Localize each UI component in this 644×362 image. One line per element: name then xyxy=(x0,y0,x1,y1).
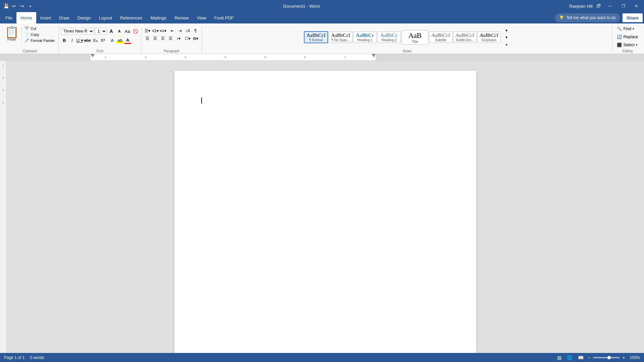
menu-references[interactable]: References xyxy=(116,12,146,23)
web-layout-button[interactable]: 🌐 xyxy=(566,354,574,361)
style-heading1[interactable]: AaBbCc Heading 1 xyxy=(353,32,377,43)
borders-button[interactable]: ⊞▾ xyxy=(192,35,199,42)
menu-home[interactable]: Home xyxy=(16,12,36,23)
style-heading2[interactable]: AaBbCc Heading 2 xyxy=(377,32,401,43)
change-case-button[interactable]: Aa xyxy=(124,27,131,35)
zoom-level[interactable]: 100% xyxy=(628,355,640,360)
menu-design[interactable]: Design xyxy=(73,12,95,23)
font-color-button[interactable]: A xyxy=(124,37,131,44)
editing-content: 🔍 Find ▾ 🔄 Replace ⬛ Select ▾ xyxy=(614,25,640,53)
style-emphasis[interactable]: AaBbCcI Emphasis xyxy=(477,32,501,43)
show-hide-button[interactable]: ¶ xyxy=(192,27,199,34)
align-left-button[interactable]: ☰ xyxy=(144,35,151,42)
ruler-left-indent[interactable] xyxy=(91,54,95,57)
justify-button[interactable]: ☰ xyxy=(167,35,174,42)
menu-view[interactable]: View xyxy=(193,12,210,23)
align-right-button[interactable]: ☰ xyxy=(159,35,167,42)
menu-file[interactable]: File xyxy=(1,12,16,23)
document-page[interactable] xyxy=(174,71,476,353)
text-effects-button[interactable]: A xyxy=(109,37,116,44)
styles-scroll-down[interactable]: ▼ xyxy=(503,34,510,41)
share-button[interactable]: Share xyxy=(623,13,643,22)
styles-scroll-up[interactable]: ▲ xyxy=(503,26,510,34)
style-normal[interactable]: AaBbCcI ¶ Normal xyxy=(304,31,328,43)
highlight-color-button[interactable]: ab xyxy=(116,37,124,44)
style-subtitle-label: Subtitle xyxy=(435,38,446,42)
paragraph-group: ☰▾ ≡1▾ ≡≡▾ ⇤ ⇥ ↕A ¶ ☰ ☰ ☰ ☰ ↕▾ ☐▾ ⊞▾ Par… xyxy=(142,27,202,54)
clipboard-content: 📋 Paste ✂️ Cut 📄 Copy 🖌️ Format P xyxy=(3,25,56,53)
tell-me-input[interactable]: 💡 Tell me what you want to do xyxy=(555,13,620,22)
multilevel-button[interactable]: ≡≡▾ xyxy=(159,27,167,34)
clear-format-button[interactable]: 🚫 xyxy=(132,27,139,35)
menu-foxit[interactable]: Foxit PDF xyxy=(210,12,238,23)
zoom-plus-button[interactable]: + xyxy=(623,355,625,360)
style-subtitle[interactable]: AaBbCcI Subtitle xyxy=(429,32,452,43)
zoom-slider[interactable] xyxy=(593,357,620,358)
menu-mailings[interactable]: Mailings xyxy=(147,12,171,23)
italic-button[interactable]: I xyxy=(68,37,76,44)
numbering-button[interactable]: ≡1▾ xyxy=(152,27,159,34)
style-title[interactable]: AaB Title xyxy=(401,30,428,45)
style-heading1-preview: AaBbCc xyxy=(356,33,374,38)
page-info[interactable]: Page 1 of 1 xyxy=(4,355,24,360)
bold-button[interactable]: B xyxy=(61,37,68,44)
style-no-spacing[interactable]: AaBbCcI ¶ No Spac... xyxy=(329,32,353,43)
ruler-main[interactable]: 1 2 3 4 5 6 7 xyxy=(91,54,376,60)
close-button[interactable]: ✕ xyxy=(631,2,641,10)
save-icon[interactable]: 💾 xyxy=(3,3,9,9)
style-subtle-em[interactable]: AaBbCcI Subtle Em... xyxy=(453,32,477,43)
find-button[interactable]: 🔍 Find ▾ xyxy=(614,25,636,32)
increase-indent-button[interactable]: ⇥ xyxy=(176,27,184,34)
find-icon: 🔍 xyxy=(617,26,622,31)
ruler-right-indent[interactable] xyxy=(372,54,376,57)
tell-me-text: Tell me what you want to do xyxy=(566,15,616,20)
menu-layout[interactable]: Layout xyxy=(95,12,116,23)
decrease-indent-button[interactable]: ⇤ xyxy=(169,27,176,34)
format-painter-button[interactable]: 🖌️ Format Painter xyxy=(23,38,56,43)
cut-button[interactable]: ✂️ Cut xyxy=(23,25,56,31)
undo-icon[interactable]: ↩ xyxy=(11,3,17,9)
read-mode-button[interactable]: 📖 xyxy=(577,354,585,361)
shrink-font-button[interactable]: A xyxy=(116,27,123,35)
styles-content: AaBbCcI ¶ Normal AaBbCcI ¶ No Spac... Aa… xyxy=(304,26,510,53)
status-bar: Page 1 of 1 0 words ▤ 🌐 📖 − + 100% xyxy=(0,353,644,362)
shading-button[interactable]: ☐▾ xyxy=(184,35,192,42)
underline-button[interactable]: U ▾ xyxy=(76,37,84,44)
ribbon: 📋 Paste ✂️ Cut 📄 Copy 🖌️ Format P xyxy=(0,23,644,54)
paste-button[interactable]: 📋 Paste xyxy=(3,25,20,42)
redo-icon[interactable]: ↪ xyxy=(19,3,25,9)
styles-expand[interactable]: ▾ xyxy=(503,41,510,48)
line-spacing-button[interactable]: ↕▾ xyxy=(175,35,182,42)
sort-button[interactable]: ↕A xyxy=(184,27,192,34)
minimize-button[interactable]: — xyxy=(605,2,615,10)
customize-qat-icon[interactable]: ▾ xyxy=(27,3,34,9)
bullets-button[interactable]: ☰▾ xyxy=(144,27,151,34)
select-button[interactable]: ⬛ Select ▾ xyxy=(614,42,640,48)
word-count[interactable]: 0 words xyxy=(30,355,44,360)
menu-review[interactable]: Review xyxy=(170,12,193,23)
superscript-button[interactable]: X² xyxy=(99,37,107,44)
style-title-label: Title xyxy=(412,40,418,44)
style-subtitle-preview: AaBbCcI xyxy=(432,33,450,38)
menu-insert[interactable]: Insert xyxy=(36,12,55,23)
format-buttons-row: B I U ▾ abc X₂ X² A ab A xyxy=(61,37,131,44)
strikethrough-button[interactable]: abc xyxy=(84,37,91,44)
font-name-select[interactable]: Times New R xyxy=(61,28,94,35)
clipboard-secondary: ✂️ Cut 📄 Copy 🖌️ Format Painter xyxy=(23,25,56,43)
font-size-select[interactable]: 12 xyxy=(95,28,107,35)
document-content[interactable] xyxy=(7,61,644,353)
restore-down-icon[interactable]: 🗗 xyxy=(595,3,602,9)
restore-button[interactable]: ❐ xyxy=(618,2,629,10)
subscript-button[interactable]: X₂ xyxy=(92,37,99,44)
print-layout-button[interactable]: ▤ xyxy=(556,354,563,361)
text-cursor xyxy=(201,98,202,104)
menu-draw[interactable]: Draw xyxy=(55,12,73,23)
editing-label: Editing xyxy=(612,49,643,53)
ruler-right-margin xyxy=(376,54,644,60)
grow-font-button[interactable]: A xyxy=(108,27,115,35)
styles-scroll: ▲ ▼ ▾ xyxy=(503,26,510,48)
zoom-minus-button[interactable]: − xyxy=(588,355,590,360)
copy-button[interactable]: 📄 Copy xyxy=(23,32,56,37)
center-button[interactable]: ☰ xyxy=(152,35,159,42)
replace-button[interactable]: 🔄 Replace xyxy=(614,34,640,40)
